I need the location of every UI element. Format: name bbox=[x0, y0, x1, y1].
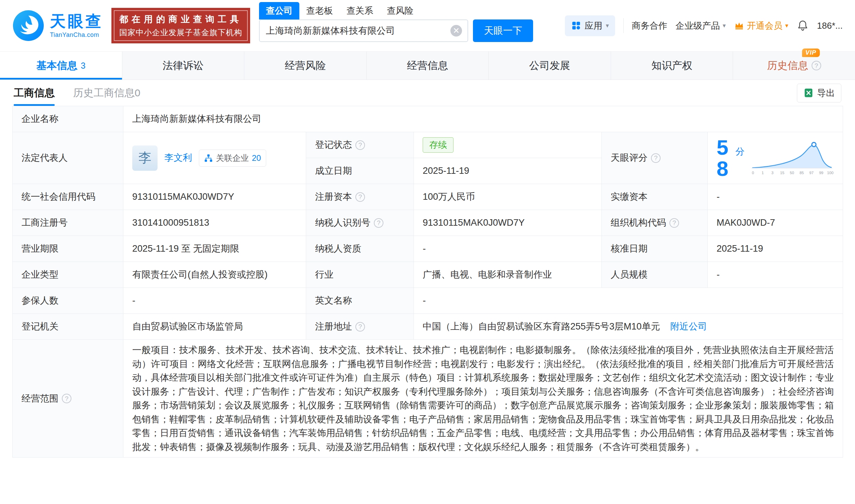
search-tab-boss[interactable]: 查老板 bbox=[299, 2, 340, 19]
tab-basic-info-count: 3 bbox=[81, 61, 85, 71]
vip-badge: VIP bbox=[802, 48, 820, 57]
reg-status-value: 存续 bbox=[414, 132, 602, 158]
business-term-value: 2025-11-19 至 无固定期限 bbox=[123, 236, 306, 262]
business-scope-value: 一般项目：技术服务、技术开发、技术咨询、技术交流、技术转让、技术推广；电视剧制作… bbox=[123, 340, 843, 458]
legal-rep-name-link[interactable]: 李文利 bbox=[164, 151, 192, 165]
legal-rep-label: 法定代表人 bbox=[13, 132, 123, 184]
help-icon[interactable]: ? bbox=[651, 153, 661, 163]
tab-intellectual-property[interactable]: 知识产权 bbox=[611, 52, 733, 80]
slogan-line2: 国家中小企业发展子基金旗下机构 bbox=[119, 27, 242, 38]
company-name-label: 企业名称 bbox=[13, 106, 123, 132]
taxpayer-id-label: 纳税人识别号? bbox=[306, 210, 414, 236]
tab-label: 法律诉讼 bbox=[163, 59, 204, 73]
company-type-label: 企业类型 bbox=[13, 262, 123, 288]
company-type-value: 有限责任公司(自然人投资或控股) bbox=[123, 262, 306, 288]
legal-rep-cell: 李 李文利 关联企业 20 bbox=[123, 132, 306, 184]
caret-down-icon: ▾ bbox=[723, 22, 726, 29]
address-value: 中国（上海）自由贸易试验区东育路255弄5号3层M10单元 附近公司 bbox=[414, 314, 843, 340]
score-value: 58 bbox=[717, 137, 734, 179]
vip-upgrade-menu[interactable]: 开通会员 ▾ bbox=[734, 20, 788, 32]
apps-grid-icon bbox=[571, 20, 581, 31]
tianyancha-logo-icon bbox=[12, 10, 44, 42]
notifications-bell-icon[interactable] bbox=[797, 19, 809, 32]
row-business-term: 营业期限 2025-11-19 至 无固定期限 纳税人资质 - 核准日期 202… bbox=[13, 236, 843, 262]
insured-label: 参保人数 bbox=[13, 288, 123, 314]
approval-date-value: 2025-11-19 bbox=[708, 236, 843, 262]
establish-date-value: 2025-11-19 bbox=[414, 158, 602, 184]
tab-legal-litigation[interactable]: 法律诉讼 bbox=[122, 52, 245, 80]
company-name-value: 上海琦尚新新媒体科技有限公司 bbox=[123, 106, 843, 132]
staff-size-label: 人员规模 bbox=[602, 262, 708, 288]
row-credit-code: 统一社会信用代码 91310115MAK0J0WD7Y 注册资本? 100万人民… bbox=[13, 184, 843, 210]
score-unit: 分 bbox=[735, 145, 745, 159]
reg-status-label: 登记状态? bbox=[306, 132, 414, 158]
org-chart-icon bbox=[204, 154, 213, 163]
related-companies-tag[interactable]: 关联企业 20 bbox=[199, 150, 266, 167]
help-icon[interactable]: ? bbox=[355, 322, 365, 332]
search-tab-risk[interactable]: 查风险 bbox=[380, 2, 420, 19]
row-reg-authority: 登记机关 自由贸易试验区市场监管局 注册地址? 中国（上海）自由贸易试验区东育路… bbox=[13, 314, 843, 340]
tab-company-development[interactable]: 公司发展 bbox=[489, 52, 611, 80]
caret-down-icon: ▾ bbox=[606, 22, 609, 29]
nearby-companies-link[interactable]: 附近公司 bbox=[670, 321, 707, 332]
establish-date-label: 成立日期 bbox=[306, 158, 414, 184]
excel-icon bbox=[803, 88, 814, 98]
logo-text: 天眼查 TianYanCha.com bbox=[50, 13, 103, 39]
tab-label: 经营信息 bbox=[407, 59, 448, 73]
credit-code-label: 统一社会信用代码 bbox=[13, 184, 123, 210]
tab-label: 公司发展 bbox=[529, 59, 570, 73]
tab-operation-info[interactable]: 经营信息 bbox=[367, 52, 489, 80]
account-menu[interactable]: 186*... bbox=[817, 20, 843, 31]
legal-rep-avatar[interactable]: 李 bbox=[132, 145, 158, 171]
reg-number-label: 工商注册号 bbox=[13, 210, 123, 236]
reg-number-value: 310141000951813 bbox=[123, 210, 306, 236]
enterprise-product-menu[interactable]: 企业级产品 ▾ bbox=[676, 20, 726, 32]
search-input[interactable] bbox=[266, 26, 450, 36]
row-company-type: 企业类型 有限责任公司(自然人投资或控股) 行业 广播、电视、电影和录音制作业 … bbox=[13, 262, 843, 288]
search-button[interactable]: 天眼一下 bbox=[473, 19, 533, 42]
related-companies-count: 20 bbox=[252, 152, 261, 164]
subtab-business-registration[interactable]: 工商信息 bbox=[14, 80, 55, 106]
tianyancha-logo[interactable]: 天眼查 TianYanCha.com bbox=[12, 10, 103, 42]
help-icon[interactable]: ? bbox=[374, 218, 383, 228]
reg-authority-value: 自由贸易试验区市场监管局 bbox=[123, 314, 306, 340]
search-tabs: 查公司 查老板 查关系 查风险 bbox=[259, 2, 533, 19]
top-header: 天眼查 TianYanCha.com 都在用的商业查询工具 国家中小企业发展子基… bbox=[0, 0, 855, 51]
subtab-history-registration[interactable]: 历史工商信息0 bbox=[73, 80, 140, 106]
brand-slogan-badge: 都在用的商业查询工具 国家中小企业发展子基金旗下机构 bbox=[111, 8, 250, 43]
help-icon[interactable]: ? bbox=[669, 218, 679, 228]
industry-value: 广播、电视、电影和录音制作业 bbox=[414, 262, 602, 288]
header-nav: 应用 ▾ 商务合作 企业级产品 ▾ 开通会员 ▾ 186*... bbox=[565, 15, 843, 36]
tab-operation-risk[interactable]: 经营风险 bbox=[244, 52, 367, 80]
help-icon[interactable]: ? bbox=[355, 140, 365, 150]
business-cooperation-link[interactable]: 商务合作 bbox=[632, 20, 667, 32]
help-icon[interactable]: ? bbox=[62, 394, 71, 403]
tab-basic-info[interactable]: 基本信息 3 bbox=[0, 52, 122, 80]
reg-capital-label: 注册资本? bbox=[306, 184, 414, 210]
company-info-table: 企业名称 上海琦尚新新媒体科技有限公司 法定代表人 李 李文利 关联企业 20 bbox=[12, 106, 843, 458]
export-button[interactable]: 导出 bbox=[797, 84, 841, 102]
subsection-bar: 工商信息 历史工商信息0 导出 bbox=[0, 80, 855, 106]
export-label: 导出 bbox=[817, 87, 835, 99]
clear-search-icon[interactable]: ✕ bbox=[450, 25, 462, 37]
search-tab-relations[interactable]: 查关系 bbox=[340, 2, 380, 19]
search-tab-company[interactable]: 查公司 bbox=[259, 2, 299, 19]
tianyan-score[interactable]: 58 分 0 1 3 15 50 85 97 bbox=[717, 137, 834, 179]
reg-authority-label: 登记机关 bbox=[13, 314, 123, 340]
tab-history-info[interactable]: 历史信息 VIP ? bbox=[733, 52, 855, 80]
org-code-label: 组织机构代码? bbox=[602, 210, 708, 236]
tab-basic-info-label: 基本信息 bbox=[36, 59, 77, 73]
vip-label: 开通会员 bbox=[747, 20, 783, 32]
help-icon[interactable]: ? bbox=[812, 61, 821, 70]
slogan-line1: 都在用的商业查询工具 bbox=[119, 13, 242, 25]
status-badge: 存续 bbox=[423, 137, 453, 153]
enterprise-product-label: 企业级产品 bbox=[676, 20, 720, 32]
help-icon[interactable]: ? bbox=[355, 192, 365, 202]
svg-text:1: 1 bbox=[762, 170, 764, 174]
subtab-label: 工商信息 bbox=[14, 86, 55, 100]
search-area: 查公司 查老板 查关系 查风险 ✕ 天眼一下 bbox=[259, 2, 533, 42]
apps-menu-button[interactable]: 应用 ▾ bbox=[565, 15, 615, 36]
row-insured: 参保人数 - 英文名称 - bbox=[13, 288, 843, 314]
svg-text:100: 100 bbox=[827, 170, 833, 174]
crown-icon bbox=[734, 20, 744, 31]
